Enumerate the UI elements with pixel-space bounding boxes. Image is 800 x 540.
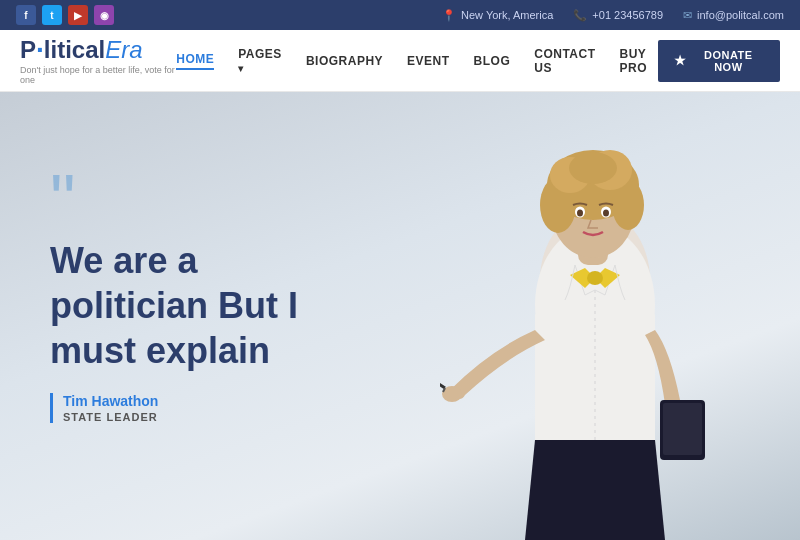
- nav-links: HOME PAGES BIOGRAPHY EVENT BLOG CONTACT …: [176, 47, 658, 75]
- nav-biography[interactable]: BIOGRAPHY: [306, 54, 383, 68]
- hero-heading: We are a politician But I must explain: [50, 238, 298, 373]
- email-text: info@politcal.com: [697, 9, 784, 21]
- nav-buy-pro[interactable]: BUY PRO: [620, 47, 659, 75]
- instagram-icon[interactable]: ◉: [94, 5, 114, 25]
- facebook-icon[interactable]: f: [16, 5, 36, 25]
- navbar: P·liticalEra Don't just hope for a bette…: [0, 30, 800, 92]
- logo-political: P: [20, 36, 36, 64]
- svg-rect-17: [663, 403, 702, 455]
- author-bar: [50, 393, 53, 423]
- location-icon: 📍: [442, 9, 456, 22]
- phone-icon: 📞: [573, 9, 587, 22]
- logo[interactable]: P·liticalEra Don't just hope for a bette…: [20, 36, 176, 85]
- donate-button[interactable]: ★ DONATE NOW: [658, 40, 780, 82]
- twitter-icon[interactable]: t: [42, 5, 62, 25]
- author-title: STATE LEADER: [63, 411, 158, 423]
- top-bar: f t ▶ ◉ 📍 New York, America 📞 +01 234567…: [0, 0, 800, 30]
- nav-home[interactable]: HOME: [176, 52, 214, 70]
- author-info: Tim Hawathon STATE LEADER: [63, 393, 158, 423]
- phone-info: 📞 +01 23456789: [573, 9, 663, 22]
- phone-text: +01 23456789: [592, 9, 663, 21]
- hero-person: [440, 120, 720, 540]
- quote-mark: ": [50, 172, 298, 230]
- hero-content: " We are a politician But I must explain…: [50, 172, 298, 423]
- hero-author: Tim Hawathon STATE LEADER: [50, 393, 298, 423]
- svg-point-13: [603, 210, 609, 217]
- location-text: New York, America: [461, 9, 553, 21]
- svg-point-9: [569, 152, 617, 184]
- logo-era: Era: [105, 36, 142, 64]
- donate-label: DONATE NOW: [693, 49, 764, 73]
- email-info: ✉ info@politcal.com: [683, 9, 784, 22]
- svg-point-14: [587, 271, 603, 285]
- youtube-icon[interactable]: ▶: [68, 5, 88, 25]
- donate-icon: ★: [674, 53, 687, 68]
- logo-tagline: Don't just hope for a better life, vote …: [20, 65, 176, 85]
- hero-section: " We are a politician But I must explain…: [0, 92, 800, 540]
- contact-info: 📍 New York, America 📞 +01 23456789 ✉ inf…: [442, 9, 784, 22]
- nav-blog[interactable]: BLOG: [474, 54, 511, 68]
- location-info: 📍 New York, America: [442, 9, 553, 22]
- social-links: f t ▶ ◉: [16, 5, 114, 25]
- nav-pages[interactable]: PAGES: [238, 47, 282, 75]
- author-name: Tim Hawathon: [63, 393, 158, 409]
- logo-litical: litical: [44, 36, 105, 64]
- nav-event[interactable]: EVENT: [407, 54, 450, 68]
- email-icon: ✉: [683, 9, 692, 22]
- nav-contact[interactable]: CONTACT US: [534, 47, 595, 75]
- logo-dot-icon: ·: [36, 36, 44, 64]
- svg-point-12: [577, 210, 583, 217]
